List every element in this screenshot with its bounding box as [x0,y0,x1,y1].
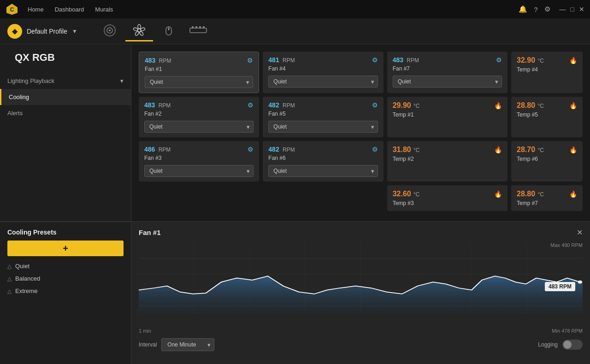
maximize-button[interactable]: □ [571,6,574,13]
preset-item-quiet[interactable]: △ Quiet [7,260,124,272]
logging-toggle[interactable] [562,340,583,350]
temp1-flame-icon: 🔥 [494,102,502,109]
fan-card-1[interactable]: 483 RPM ⚙ Fan #1 QuietBalancedExtreme ▾ [139,52,259,93]
corsair-logo-icon: C [6,3,18,16]
fan2-label: Fan #2 [144,111,254,117]
toggle-knob [563,341,572,349]
fan6-rpm: 482 [268,146,279,153]
minimize-button[interactable]: — [560,6,566,13]
titlebar-left: C Home Dashboard Murals [6,3,113,16]
chart-close-button[interactable]: ✕ [577,228,583,237]
svg-point-4 [109,29,111,31]
temp-card-7: 28.80 °C 🔥 Temp #7 [511,185,583,211]
device-tab-mouse[interactable] [155,21,183,41]
chart-time-label: 1 min [139,328,151,334]
temp-card-4: 32.90 °C 🔥 Temp #4 [511,52,583,93]
fan-card-2[interactable]: 483 RPM ⚙ Fan #2 QuietBalancedExtreme ▾ [139,97,259,137]
fan-card-4[interactable]: 481 RPM ⚙ Fan #4 QuietBalancedExtreme ▾ [263,52,383,93]
left-pane: QX RGB Lighting Playback ▾ Cooling Alert… [0,44,131,221]
left-top: QX RGB Lighting Playback ▾ Cooling Alert… [0,44,131,221]
titlebar-nav: Home Dashboard Murals [28,6,113,13]
fan5-preset-select[interactable]: QuietBalancedExtreme [268,121,378,133]
fan1-preset-select[interactable]: QuietBalancedExtreme [145,76,253,88]
fan6-preset-select[interactable]: QuietBalancedExtreme [268,165,378,177]
notifications-icon[interactable]: 🔔 [519,5,527,13]
fan-card-3[interactable]: 486 RPM ⚙ Fan #3 QuietBalancedExtreme ▾ [139,141,259,182]
fan2-preset-select[interactable]: QuietBalancedExtreme [144,121,254,133]
temp5-flame-icon: 🔥 [569,102,577,109]
fan7-gear-icon[interactable]: ⚙ [496,56,502,64]
svg-text:C: C [10,6,14,13]
temp4-value: 32.90 [517,56,535,64]
temp1-label: Temp #1 [393,112,502,118]
preset-item-extreme[interactable]: △ Extreme [7,285,124,297]
sidebar-item-lighting[interactable]: Lighting Playback ▾ [0,73,131,89]
temp7-label: Temp #7 [517,200,577,206]
svg-rect-17 [199,26,201,28]
profile-icon: ◆ [7,24,22,39]
fan6-label: Fan #6 [268,155,378,161]
device-tab-headset[interactable] [96,21,124,41]
fan4-label: Fan #4 [268,65,378,72]
fan4-preset-select[interactable]: QuietBalancedExtreme [268,76,378,88]
close-button[interactable]: ✕ [579,6,584,13]
temp3-label: Temp #3 [393,200,502,206]
fan7-rpm: 483 [393,56,403,64]
sidebar-item-alerts[interactable]: Alerts [0,105,131,121]
fan1-gear-icon[interactable]: ⚙ [247,57,253,64]
rpm-tooltip: 483 RPM [545,282,575,291]
fan3-rpm: 486 [144,146,155,153]
window-controls: — □ ✕ [560,6,584,13]
presets-title: Cooling Presets [7,229,124,236]
fan4-gear-icon[interactable]: ⚙ [372,56,378,64]
chart-panel: Fan #1 ✕ Max 490 RPM [131,222,590,364]
preset-item-balanced[interactable]: △ Balanced [7,272,124,285]
nav-murals[interactable]: Murals [95,6,113,13]
chart-max-label: Max 490 RPM [550,242,583,248]
preset-balanced-label: Balanced [15,275,40,282]
fan3-gear-icon[interactable]: ⚙ [248,146,254,153]
sidebar-item-cooling[interactable]: Cooling [0,89,131,105]
chart-min-label: Min 478 RPM [552,328,583,334]
preset-quiet-label: Quiet [15,263,30,270]
sidebar-item-alerts-label: Alerts [7,110,23,117]
quiet-preset-icon: △ [7,263,12,270]
profilebar: ◆ Default Profile ▼ [0,18,590,44]
cooling-presets-panel: Cooling Presets + △ Quiet △ Balanced △ E… [0,222,131,364]
fan-card-6[interactable]: 482 RPM ⚙ Fan #6 QuietBalancedExtreme ▾ [263,141,383,182]
device-tab-fan[interactable] [125,21,153,41]
add-preset-button[interactable]: + [7,241,124,256]
temp1-value: 29.90 [393,101,411,109]
fan7-label: Fan #7 [393,65,502,72]
preset-extreme-label: Extreme [15,288,37,294]
fan3-preset-select[interactable]: QuietBalancedExtreme [144,165,254,177]
svg-rect-18 [203,26,205,28]
profile-name: Default Profile [27,28,67,35]
fan5-label: Fan #5 [268,111,378,117]
fan5-gear-icon[interactable]: ⚙ [372,101,378,109]
nav-home[interactable]: Home [28,6,44,13]
temp-card-1: 29.90 °C 🔥 Temp #1 [387,97,507,137]
fan7-preset-select[interactable]: QuietBalancedExtreme [393,76,502,88]
interval-select[interactable]: One Minute Five Minutes One Hour [161,338,214,351]
temp6-value: 28.70 [517,146,535,153]
fan-card-5[interactable]: 482 RPM ⚙ Fan #5 QuietBalancedExtreme ▾ [263,97,383,137]
settings-icon[interactable]: ⚙ [544,5,550,13]
temp3-flame-icon: 🔥 [494,190,502,198]
fan1-label: Fan #1 [145,66,253,72]
titlebar-right: 🔔 ? ⚙ — □ ✕ [519,5,584,13]
svg-rect-16 [195,26,197,28]
temp6-flame-icon: 🔥 [569,146,577,153]
logging-section: Logging [538,340,583,350]
svg-point-8 [139,31,144,36]
interval-label: Interval [139,341,157,348]
fan6-gear-icon[interactable]: ⚙ [372,146,378,153]
nav-dashboard[interactable]: Dashboard [55,6,84,13]
temp7-value: 28.80 [517,190,535,198]
profile-selector[interactable]: ◆ Default Profile ▼ [7,24,77,39]
fan2-gear-icon[interactable]: ⚙ [248,101,254,109]
fan5-rpm: 482 [268,101,279,109]
help-icon[interactable]: ? [534,6,537,13]
device-tab-memory[interactable] [184,21,212,41]
fan-card-7[interactable]: 483 RPM ⚙ Fan #7 QuietBalancedExtreme ▾ [387,52,507,93]
